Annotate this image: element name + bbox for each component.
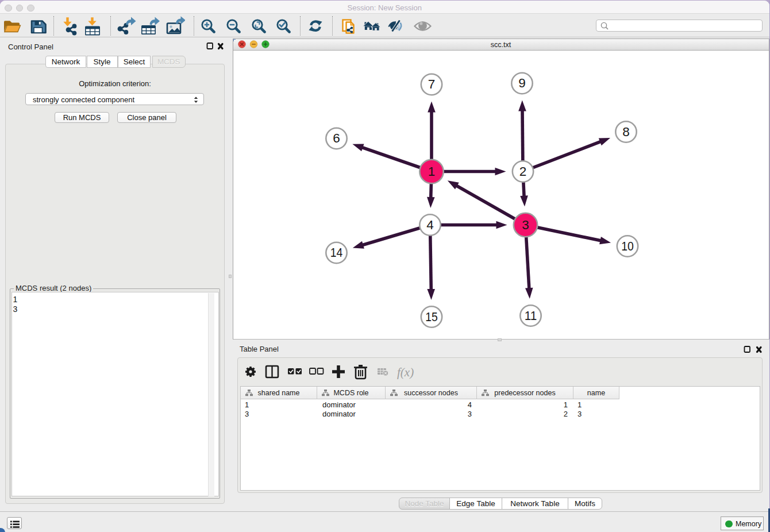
svg-text:14: 14 — [330, 245, 342, 260]
svg-text:9: 9 — [518, 76, 526, 90]
svg-text:10: 10 — [621, 239, 634, 253]
svg-text:11: 11 — [524, 309, 537, 323]
svg-text:7: 7 — [428, 77, 435, 91]
svg-text:4: 4 — [426, 218, 434, 232]
svg-text:3: 3 — [522, 218, 529, 232]
svg-text:1: 1 — [428, 164, 435, 179]
svg-text:8: 8 — [622, 125, 630, 139]
svg-text:15: 15 — [425, 310, 438, 324]
svg-text:2: 2 — [519, 164, 526, 179]
svg-text:f(x): f(x) — [397, 365, 414, 379]
svg-text:6: 6 — [333, 131, 340, 145]
